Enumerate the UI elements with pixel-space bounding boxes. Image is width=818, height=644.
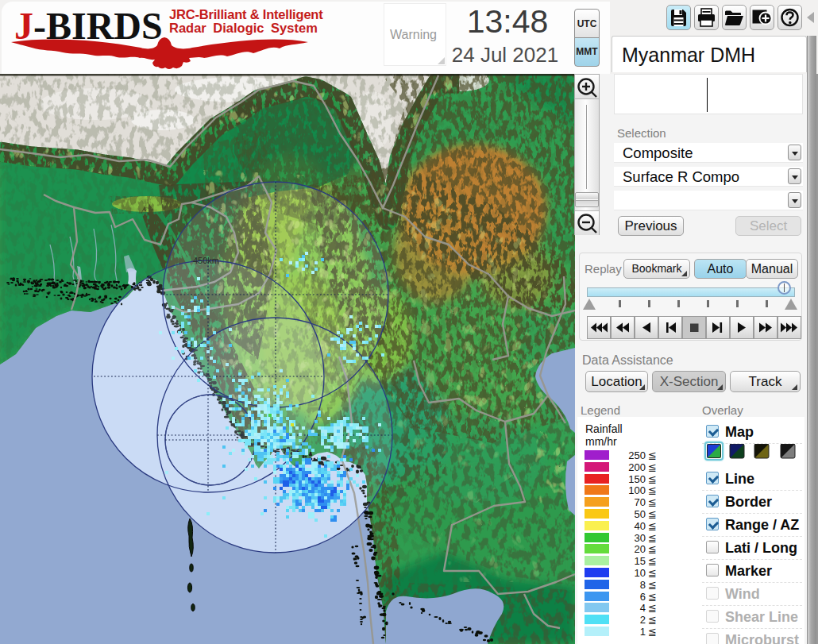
svg-text:450km: 450km	[193, 256, 219, 265]
